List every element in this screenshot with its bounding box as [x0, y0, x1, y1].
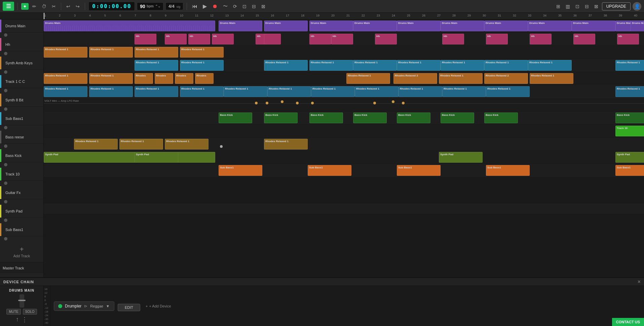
automation-node-8[interactable] [402, 102, 405, 104]
clip-subbass1-10[interactable]: Rhodes Relaxed 1 [442, 86, 486, 97]
volume-fader-handle[interactable] [18, 300, 26, 301]
clip-amb-2[interactable]: Rhodes Relaxed 1 [89, 47, 133, 58]
device-drumpler[interactable]: Drumpler ⊳ Reggae ▼ [54, 301, 114, 311]
clip-synth-pad-4[interactable]: Synth Pad [615, 152, 644, 163]
clip-guitar-4[interactable]: Rhodes Relaxed 1 [264, 139, 308, 150]
automation-node-7[interactable] [392, 100, 394, 103]
clip-sub2-2[interactable]: Sub Bass1 [308, 165, 351, 176]
fx-icon-btn[interactable]: ⊟ [583, 3, 591, 10]
add-device-button[interactable]: + + Add Device [144, 302, 173, 310]
clip-1cc-4[interactable]: Rhodes Relaxed 1 [309, 60, 353, 71]
clip-kick-5[interactable]: Bass Kick [397, 112, 430, 123]
recv-icon[interactable]: ⋮ [22, 316, 28, 323]
close-panel-button[interactable]: × [638, 279, 641, 285]
clip-1cc-9[interactable]: Rhodes Relaxed 1 [528, 60, 572, 71]
clip-1cc-6[interactable]: Rhodes Relaxed 1 [397, 60, 441, 71]
clip-subbass1-3[interactable]: Rhodes Relaxed 1 [135, 86, 178, 97]
volume-knob[interactable] [4, 70, 7, 74]
clip-8bit-10[interactable]: Rhodes Relaxed 2 [484, 73, 528, 84]
automation-node-3[interactable] [281, 100, 283, 103]
volume-knob[interactable] [4, 89, 7, 92]
clip-subbass1-5[interactable]: Rhodes Relaxed 1 [224, 86, 267, 97]
clip-hh-8[interactable]: Hh [331, 34, 353, 44]
clip-8bit-6[interactable]: Rhodes [195, 73, 214, 84]
clip-subbass1-12[interactable]: Rhodes Relaxed 1 [615, 86, 644, 97]
time-sig[interactable]: 4/4 sig [165, 2, 183, 10]
clip-hh-4[interactable]: Hh [212, 34, 234, 44]
volume-knob[interactable] [4, 52, 7, 55]
clip-subbass1-1[interactable]: Rhodes Relaxed 1 [44, 86, 87, 97]
volume-knob[interactable] [4, 163, 7, 166]
automation-node-4[interactable] [296, 102, 299, 104]
clip-drums-main-10[interactable]: Drums Main [572, 21, 615, 31]
clip-1cc-1[interactable]: Rhodes Relaxed 1 [135, 60, 178, 71]
grid-button[interactable]: ⊡ [241, 3, 248, 10]
clip-guitar-1[interactable]: Rhodes Relaxed 1 [74, 139, 118, 150]
clip-synth-pad-2[interactable]: Synth Pad [135, 152, 178, 163]
clip-guitar-2[interactable]: Rhodes Relaxed 1 [119, 139, 163, 150]
clip-8bit-3[interactable]: Rhodes [135, 73, 153, 84]
bpm-arrows[interactable]: ⌃⌄ [155, 4, 160, 8]
loop-button[interactable]: ⟳ [231, 3, 239, 10]
clip-drums-main-1[interactable]: Drums Main [44, 21, 215, 31]
clip-sub2-4[interactable]: Sub Bass1 [486, 165, 530, 176]
clip-drums-main-9[interactable]: Drums Main [528, 21, 572, 31]
clip-8bit-9[interactable]: Rhodes Relaxed 1 [439, 73, 483, 84]
select-tool[interactable]: ✦ [21, 3, 29, 10]
clip-drums-main-8[interactable]: Drums Main [484, 21, 528, 31]
clip-subbass1-9[interactable]: Rhodes Relaxed 1 [399, 86, 442, 97]
clip-drums-main-4[interactable]: Drums Main [309, 21, 353, 31]
user-avatar[interactable]: 👤 [633, 2, 641, 11]
clip-track10-1[interactable]: Track 10 [615, 126, 644, 136]
rewind-button[interactable]: ⏮ [190, 3, 199, 10]
clip-hh-11[interactable]: Hh [486, 34, 508, 44]
clip-hh-2[interactable]: Hh [165, 34, 187, 44]
volume-knob[interactable] [4, 219, 7, 222]
clip-hh-9[interactable]: Hh [375, 34, 397, 44]
draw-tool[interactable]: ✏ [31, 3, 38, 10]
time-tool[interactable]: ⏱ [40, 3, 48, 10]
clip-amb-1[interactable]: Rhodes Relaxed 1 [44, 47, 87, 58]
clip-1cc-8[interactable]: Rhodes Relaxed 1 [484, 60, 528, 71]
clip-kick-4[interactable]: Bass Kick [353, 112, 387, 123]
clip-drag-handle[interactable] [220, 145, 223, 148]
clip-amb-3[interactable]: Rhodes Relaxed 1 [135, 47, 178, 58]
clip-hh-7[interactable]: Hh [309, 34, 331, 44]
clip-1cc-7[interactable]: Rhodes Relaxed 1 [441, 60, 484, 71]
master-track[interactable]: Master Track [0, 262, 43, 273]
clip-hh-6[interactable] [264, 34, 281, 44]
clip-hh-13[interactable]: Hh [573, 34, 595, 44]
volume-knob[interactable] [4, 200, 7, 203]
clip-1cc-5[interactable]: Rhodes Relaxed 1 [353, 60, 397, 71]
clip-amb-4[interactable]: Rhodes Relaxed 1 [180, 47, 224, 58]
device-dropdown-icon[interactable]: ▼ [106, 304, 110, 308]
clip-drums-main-2[interactable]: Drums Main [219, 21, 262, 31]
clip-8bit-2[interactable]: Rhodes Relaxed 1 [89, 73, 133, 84]
clip-8bit-11[interactable]: Rhodes Relaxed 1 [530, 73, 573, 84]
volume-knob[interactable] [4, 237, 7, 240]
clip-sub2-3[interactable]: Sub Bass1 [397, 165, 441, 176]
clip-sub2-1[interactable]: Sub Bass1 [219, 165, 262, 176]
upgrade-button[interactable]: UPGRADE [602, 2, 631, 10]
clip-drums-main-3[interactable]: Drums Main [264, 21, 308, 31]
clip-hh-10[interactable]: Hh [442, 34, 464, 44]
clip-8bit-4[interactable]: Rhodes [155, 73, 173, 84]
clip-kick-1[interactable]: Bass Kick [219, 112, 252, 123]
clip-hh-12[interactable]: Hh [530, 34, 552, 44]
clip-hh-1[interactable]: Hh [135, 34, 156, 44]
clip-8bit-5[interactable]: Rhodes [175, 73, 193, 84]
clip-guitar-3[interactable]: Rhodes Relaxed 1 [165, 139, 209, 150]
clip-1cc-2[interactable]: Rhodes Relaxed 1 [180, 60, 224, 71]
redo-button[interactable]: ↪ [74, 3, 81, 10]
automation-node-1[interactable] [255, 102, 258, 104]
clip-kick-8[interactable]: Bass Kick [615, 112, 644, 123]
menu-button[interactable]: ☰ [3, 2, 14, 11]
cut-tool[interactable]: ✂ [50, 3, 58, 10]
browser-icon-btn[interactable]: ⊠ [593, 3, 600, 10]
arrange-icon-btn[interactable]: ⊡ [574, 3, 581, 10]
volume-knob[interactable] [4, 107, 7, 111]
clip-sub2-5[interactable]: Sub Bass1 [615, 165, 644, 176]
clip-hh-14[interactable]: Hh [617, 34, 639, 44]
snap-button[interactable]: ⊟ [250, 3, 258, 10]
send-icon[interactable]: ↑ [16, 316, 19, 323]
